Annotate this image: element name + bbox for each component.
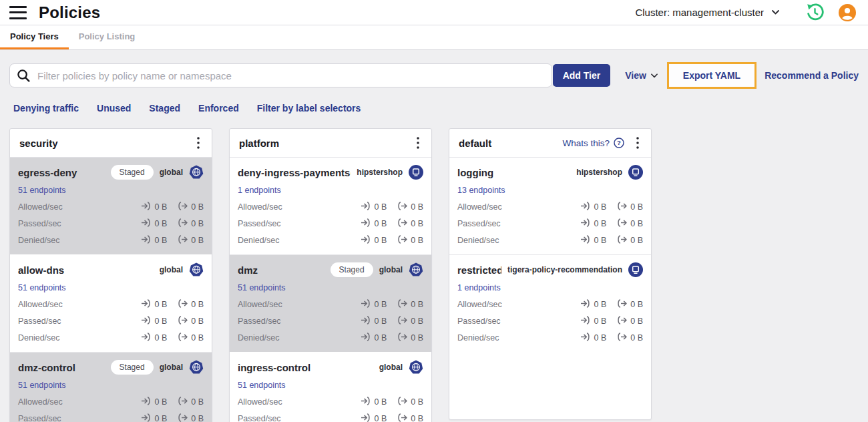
policy-name[interactable]: restricted <box>457 264 501 276</box>
policy-scope: global <box>379 363 403 372</box>
ingress-icon <box>580 333 590 343</box>
metric-row: Allowed/sec0 B0 B <box>18 397 204 407</box>
metric-row: Allowed/sec0 B0 B <box>238 202 423 212</box>
tier-column-default: defaultWhats this??logginghipstershop13 … <box>449 128 652 420</box>
metric-row: Allowed/sec0 B0 B <box>457 299 643 310</box>
egress-icon <box>178 218 188 229</box>
add-tier-button[interactable]: Add Tier <box>553 64 611 87</box>
endpoints-link[interactable]: 51 endpoints <box>238 283 286 292</box>
tier-columns: securityegress-denyStagedglobal51 endpoi… <box>0 114 868 422</box>
filter-staged[interactable]: Staged <box>149 103 180 114</box>
hamburger-menu-icon[interactable] <box>9 6 27 19</box>
filter-by-label-selectors[interactable]: Filter by label selectors <box>257 103 361 114</box>
policy-name[interactable]: logging <box>457 167 570 178</box>
egress-icon <box>397 333 407 343</box>
egress-icon <box>397 413 407 422</box>
kebab-menu-icon[interactable] <box>194 136 202 150</box>
metric-label: Allowed/sec <box>238 202 361 212</box>
policy-name[interactable]: dmz <box>238 264 324 276</box>
whats-this-link[interactable]: Whats this? <box>562 138 610 148</box>
metric-row: Passed/sec0 B0 B <box>238 413 423 422</box>
egress-value: 0 B <box>411 202 423 212</box>
ingress-icon <box>361 397 371 407</box>
kebab-menu-icon[interactable] <box>414 136 422 150</box>
policy-name[interactable]: deny-ingress-paymentservi… <box>238 167 351 178</box>
policy-card[interactable]: deny-ingress-paymentservi…hipstershop1 e… <box>230 158 431 255</box>
ingress-value: 0 B <box>154 333 167 343</box>
global-icon <box>189 262 204 277</box>
egress-icon <box>617 218 627 229</box>
egress-icon <box>178 413 188 422</box>
global-icon <box>409 360 423 375</box>
policy-scope: global <box>160 265 183 274</box>
ingress-icon <box>361 235 371 246</box>
view-button[interactable]: View <box>625 70 658 81</box>
ingress-icon <box>361 413 371 422</box>
egress-icon <box>397 397 407 407</box>
egress-icon <box>397 202 407 212</box>
policy-card[interactable]: dmz-controlStagedglobal51 endpointsAllow… <box>10 353 212 422</box>
policy-scope: global <box>160 168 183 177</box>
metric-label: Passed/sec <box>457 219 580 228</box>
namespace-icon <box>628 262 643 277</box>
egress-value: 0 B <box>630 236 643 245</box>
endpoints-link[interactable]: 51 endpoints <box>18 381 66 390</box>
filter-denying-traffic[interactable]: Denying traffic <box>13 103 79 114</box>
egress-value: 0 B <box>411 414 423 422</box>
policy-filter-input[interactable] <box>9 63 552 87</box>
policy-name[interactable]: ingress-control <box>238 362 373 373</box>
metric-label: Allowed/sec <box>18 397 141 407</box>
egress-icon <box>178 299 188 310</box>
tier-name: platform <box>239 138 414 149</box>
policy-card[interactable]: logginghipstershop13 endpointsAllowed/se… <box>449 158 651 255</box>
cluster-selector[interactable]: Cluster: management-cluster <box>635 7 779 18</box>
ingress-value: 0 B <box>374 414 387 422</box>
policy-card[interactable]: egress-denyStagedglobal51 endpointsAllow… <box>10 158 212 255</box>
kebab-menu-icon[interactable] <box>634 136 642 150</box>
endpoints-link[interactable]: 51 endpoints <box>18 186 66 195</box>
policy-card[interactable]: restrictedtigera-policy-recommendation1 … <box>449 255 651 352</box>
egress-value: 0 B <box>191 236 204 245</box>
ingress-value: 0 B <box>154 219 167 228</box>
ingress-icon <box>580 218 590 229</box>
policy-name[interactable]: egress-deny <box>18 167 105 178</box>
endpoints-link[interactable]: 13 endpoints <box>457 186 505 195</box>
metric-label: Denied/sec <box>457 236 580 245</box>
top-bar: Policies Cluster: management-cluster <box>0 0 868 25</box>
egress-icon <box>178 235 188 246</box>
policy-name[interactable]: allow-dns <box>18 264 154 276</box>
endpoints-link[interactable]: 1 endpoints <box>238 186 281 195</box>
view-button-label: View <box>625 70 646 81</box>
policy-card[interactable]: allow-dnsglobal51 endpointsAllowed/sec0 … <box>10 255 212 353</box>
ingress-icon <box>361 299 371 310</box>
egress-icon <box>397 235 407 246</box>
egress-value: 0 B <box>411 333 423 343</box>
metric-label: Allowed/sec <box>457 300 580 309</box>
tab-policy-listing[interactable]: Policy Listing <box>69 25 146 49</box>
recommend-policy-button[interactable]: Recommend a Policy <box>765 70 859 81</box>
policy-scope: global <box>160 363 183 372</box>
endpoints-link[interactable]: 51 endpoints <box>18 283 66 292</box>
export-yaml-button[interactable]: Export YAML <box>683 70 740 81</box>
metric-label: Allowed/sec <box>238 397 361 407</box>
endpoints-link[interactable]: 51 endpoints <box>238 381 286 390</box>
ingress-icon <box>141 235 151 246</box>
policy-card[interactable]: ingress-controlglobal51 endpointsAllowed… <box>230 353 431 422</box>
user-avatar-icon[interactable] <box>839 4 856 21</box>
policy-card[interactable]: dmzStagedglobal51 endpointsAllowed/sec0 … <box>230 255 431 353</box>
ingress-value: 0 B <box>374 316 387 326</box>
policy-scope: tigera-policy-recommendation <box>507 265 622 274</box>
ingress-value: 0 B <box>594 219 606 228</box>
ingress-icon <box>141 413 151 422</box>
tab-policy-tiers[interactable]: Policy Tiers <box>0 25 69 49</box>
staged-badge: Staged <box>111 360 154 375</box>
filter-enforced[interactable]: Enforced <box>198 103 239 114</box>
metric-label: Denied/sec <box>18 333 141 343</box>
filter-unused[interactable]: Unused <box>97 103 131 114</box>
tab-bar: Policy Tiers Policy Listing <box>0 25 868 50</box>
endpoints-link[interactable]: 1 endpoints <box>457 283 501 292</box>
policy-name[interactable]: dmz-control <box>18 362 105 373</box>
tab-label: Policy Tiers <box>10 31 59 41</box>
question-icon[interactable]: ? <box>614 138 624 148</box>
history-icon[interactable] <box>806 3 824 21</box>
